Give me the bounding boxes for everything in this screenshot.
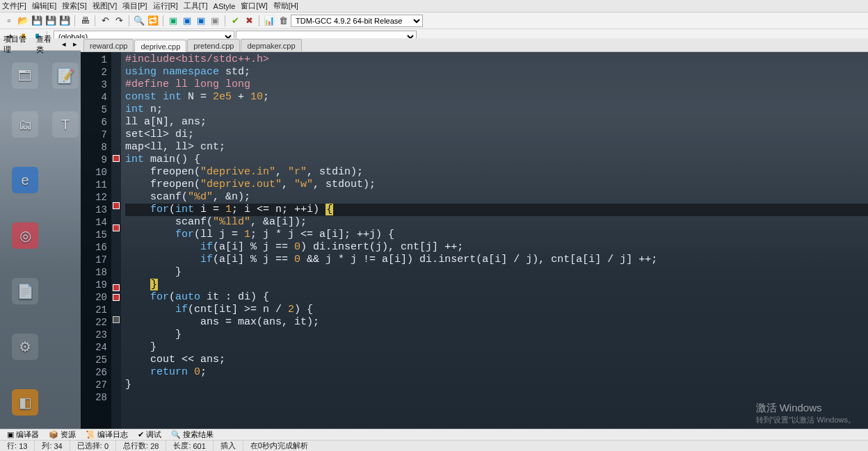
code-line[interactable]: using namespace std; xyxy=(125,66,868,79)
editor-tab[interactable]: depmaker.cpp xyxy=(241,39,301,51)
code-line[interactable]: ans = max(ans, it); xyxy=(125,316,868,329)
code-view[interactable]: 1234567891011121314151617181920212223242… xyxy=(81,52,868,429)
fold-spacer xyxy=(113,373,120,386)
fold-minus-icon[interactable] xyxy=(113,224,120,231)
menu-item[interactable]: 文件[F] xyxy=(2,1,26,11)
code-line[interactable]: for(ll j = 1; j * j <= a[i]; ++j) { xyxy=(125,229,868,241)
compile-icon[interactable]: ▣ xyxy=(167,15,179,27)
bottom-tab[interactable]: ▣编译器 xyxy=(3,429,43,440)
code-line[interactable]: freopen("deprive.out", "w", stdout); xyxy=(125,179,868,191)
bottom-tab[interactable]: 🔍搜索结果 xyxy=(167,429,218,440)
code-line[interactable]: } xyxy=(125,279,868,291)
code-line[interactable]: int n; xyxy=(125,104,868,116)
code-line[interactable]: for(auto it : di) { xyxy=(125,291,868,304)
fold-spacer xyxy=(113,361,120,373)
run-icon[interactable]: ▣ xyxy=(181,15,193,27)
code-line[interactable]: map<ll, ll> cnt; xyxy=(125,141,868,154)
fold-minus-icon[interactable] xyxy=(113,284,120,291)
project-tab[interactable]: 项目管理 xyxy=(2,34,31,55)
code-line[interactable]: scanf("%lld", &a[i]); xyxy=(125,216,868,229)
code-line[interactable]: ll a[N], ans; xyxy=(125,116,868,129)
menu-item[interactable]: AStyle xyxy=(214,2,236,10)
menu-item[interactable]: 编辑[E] xyxy=(32,1,56,11)
line-number: 22 xyxy=(81,316,111,329)
find-icon[interactable]: 🔍 xyxy=(133,15,145,27)
code-line[interactable]: return 0; xyxy=(125,366,868,379)
left-nav-next-icon[interactable]: ▸ xyxy=(72,40,79,49)
fold-spacer xyxy=(113,209,120,222)
fold-minus-icon[interactable] xyxy=(113,202,120,209)
open-icon[interactable]: 📂 xyxy=(17,15,29,27)
bottom-tab-label: 编译器 xyxy=(16,429,39,440)
code-lines[interactable]: #include<bits/stdc++.h>using namespace s… xyxy=(121,52,868,429)
fold-spacer xyxy=(113,140,120,152)
code-line[interactable]: cout << ans; xyxy=(125,354,868,366)
code-line[interactable]: #include<bits/stdc++.h> xyxy=(125,54,868,66)
editor-tab[interactable]: deprive.cpp xyxy=(134,40,186,52)
menu-item[interactable]: 工具[T] xyxy=(184,1,208,11)
code-line[interactable]: freopen("deprive.in", "r", stdin); xyxy=(125,166,868,179)
undo-icon[interactable]: ↶ xyxy=(99,15,111,27)
fold-spacer xyxy=(113,127,120,140)
desktop-icon: ◎ xyxy=(8,222,42,250)
trash-icon[interactable]: 🗑 xyxy=(277,15,289,27)
line-number: 24 xyxy=(81,341,111,354)
fold-spacer xyxy=(113,65,120,77)
code-line[interactable]: if(a[i] % j == 0 && j * j != a[i]) di.in… xyxy=(125,254,868,266)
class-tab[interactable]: 查看类 xyxy=(35,34,56,55)
line-number: 20 xyxy=(81,291,111,304)
menu-item[interactable]: 项目[P] xyxy=(122,1,147,11)
bottom-tab[interactable]: 📦资源 xyxy=(45,429,80,440)
code-line[interactable]: #define ll long long xyxy=(125,79,868,91)
line-number: 23 xyxy=(81,329,111,341)
editor-tab[interactable]: reward.cpp xyxy=(83,39,134,51)
new-file-icon[interactable]: ▫ xyxy=(3,15,15,27)
code-line[interactable]: } xyxy=(125,379,868,391)
redo-icon[interactable]: ↷ xyxy=(113,15,125,27)
compiler-select[interactable]: TDM-GCC 4.9.2 64-bit Release xyxy=(291,15,423,27)
debug-icon[interactable]: ✔ xyxy=(229,15,241,27)
code-line[interactable]: int main() { xyxy=(125,154,868,166)
menu-item[interactable]: 运行[R] xyxy=(153,1,178,11)
editor-area: reward.cppdeprive.cpppretend.cppdepmaker… xyxy=(81,38,868,429)
save-as-icon[interactable]: 💾 xyxy=(58,15,71,27)
bottom-tool-tabs: ▣编译器📦资源📜编译日志✔调试🔍搜索结果 xyxy=(0,429,868,440)
code-line[interactable]: } xyxy=(125,341,868,354)
bottom-tab-label: 搜索结果 xyxy=(183,429,214,440)
fold-minus-icon[interactable] xyxy=(113,155,120,162)
line-number: 16 xyxy=(81,241,111,254)
fold-box-icon[interactable] xyxy=(113,316,120,323)
save-icon[interactable]: 💾 xyxy=(31,15,43,27)
code-line[interactable]: if(a[i] % j == 0) di.insert(j), cnt[j] +… xyxy=(125,241,868,254)
print-icon[interactable]: 🖶 xyxy=(79,15,91,27)
fold-minus-icon[interactable] xyxy=(113,294,120,301)
profile-icon[interactable]: 📊 xyxy=(263,15,275,27)
bottom-tab[interactable]: ✔调试 xyxy=(134,429,166,440)
code-line[interactable]: } xyxy=(125,266,868,279)
code-line[interactable]: if(cnt[it] >= n / 2) { xyxy=(125,304,868,316)
code-line[interactable]: set<ll> di; xyxy=(125,129,868,141)
menu-item[interactable]: 视图[V] xyxy=(93,1,117,11)
rebuild-icon[interactable]: ▣ xyxy=(209,15,221,27)
fold-column[interactable] xyxy=(111,52,121,429)
code-line[interactable]: scanf("%d", &n); xyxy=(125,191,868,204)
menu-item[interactable]: 帮助[H] xyxy=(273,1,298,11)
menu-item[interactable]: 搜索[S] xyxy=(62,1,86,11)
replace-icon[interactable]: 🔁 xyxy=(147,15,159,27)
line-number: 6 xyxy=(81,116,111,129)
save-all-icon[interactable]: 💾 xyxy=(45,15,57,27)
stop-icon[interactable]: ✖ xyxy=(243,15,255,27)
bottom-tab-icon: 📦 xyxy=(49,430,58,439)
desktop-icon: 📝 xyxy=(49,63,82,90)
line-number: 5 xyxy=(81,104,111,116)
menu-item[interactable]: 窗口[W] xyxy=(241,1,268,11)
code-line[interactable]: for(int i = 1; i <= n; ++i) { xyxy=(125,204,868,216)
bottom-tab[interactable]: 📜编译日志 xyxy=(81,429,132,440)
compile-run-icon[interactable]: ▣ xyxy=(195,15,207,27)
editor-tab[interactable]: pretend.cpp xyxy=(187,39,240,51)
status-line: 行: 13 xyxy=(0,441,35,452)
bottom-tab-icon: ✔ xyxy=(138,430,144,439)
code-line[interactable]: const int N = 2e5 + 10; xyxy=(125,91,868,104)
left-nav-prev-icon[interactable]: ◂ xyxy=(61,40,67,49)
code-line[interactable]: } xyxy=(125,329,868,341)
